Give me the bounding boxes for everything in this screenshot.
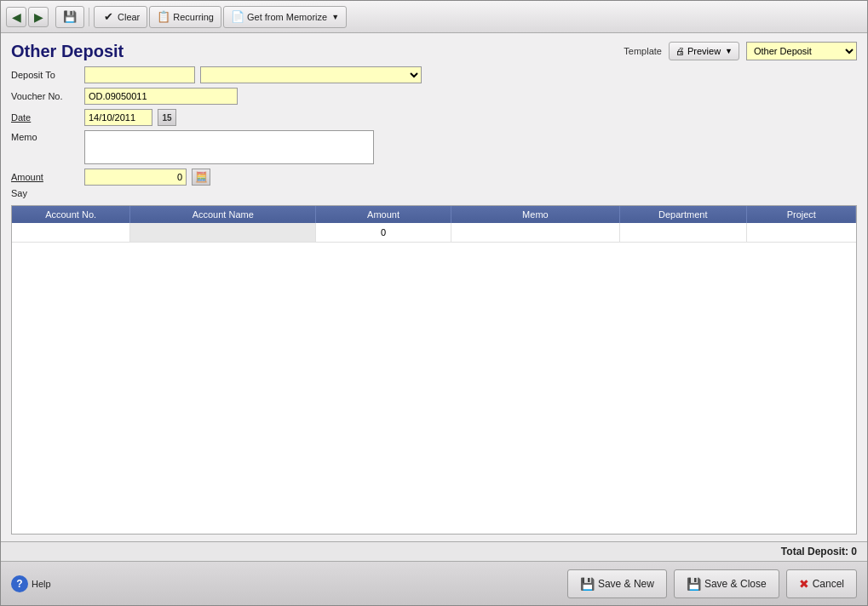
prev-button[interactable]: ◀ [6, 7, 26, 27]
preview-label: Preview [687, 46, 721, 56]
save-close-icon: 💾 [687, 577, 701, 591]
preview-icon: 🖨 [675, 46, 685, 56]
date-picker-label: 15 [162, 113, 171, 123]
recurring-icon: 📋 [157, 10, 170, 24]
toolbar-separator [89, 8, 89, 26]
save-toolbar-button[interactable]: 💾 [55, 6, 84, 28]
clear-button[interactable]: ✔ Clear [94, 6, 147, 28]
col-header-account-name: Account Name [130, 206, 316, 223]
say-row: Say [11, 188, 857, 198]
date-input[interactable] [84, 109, 152, 126]
save-new-icon: 💾 [580, 577, 595, 591]
memo-label: Memo [11, 130, 79, 142]
amount-row: Amount 🧮 [11, 169, 857, 186]
calculator-button[interactable]: 🧮 [192, 169, 210, 186]
account-table: Account No. Account Name Amount Memo Dep… [12, 206, 856, 243]
deposit-to-select[interactable] [200, 66, 422, 83]
save-new-button[interactable]: 💾 Save & New [567, 569, 667, 598]
footer: ? Help 💾 Save & New 💾 Save & Close ✖ Can… [1, 561, 867, 605]
deposit-to-label: Deposit To [11, 70, 79, 80]
page-title: Other Deposit [11, 42, 124, 61]
cell-memo [451, 223, 619, 242]
cell-account-no [12, 223, 130, 242]
help-button[interactable]: ? Help [11, 575, 51, 592]
total-value: 0 [851, 546, 857, 557]
table-row[interactable]: 0 [12, 223, 856, 242]
col-header-project: Project [746, 206, 856, 223]
help-icon: ? [11, 575, 28, 592]
help-label: Help [32, 579, 51, 589]
cell-account-name [130, 223, 316, 242]
save-close-label: Save & Close [704, 578, 767, 590]
get-from-memorize-label: Get from Memorize [247, 12, 327, 22]
deposit-to-input[interactable] [84, 66, 195, 83]
col-header-department: Department [619, 206, 746, 223]
col-header-account-no: Account No. [12, 206, 130, 223]
title-row: Other Deposit Template 🖨 Preview ▼ Other… [11, 42, 857, 61]
clear-label: Clear [118, 12, 140, 22]
total-label: Total Deposit: [781, 546, 848, 557]
save-toolbar-icon: 💾 [63, 10, 77, 24]
recurring-label: Recurring [173, 12, 214, 22]
deposit-to-row: Deposit To [11, 66, 857, 83]
template-label: Template [624, 46, 662, 56]
amount-label: Amount [11, 172, 79, 182]
main-window: ◀ ▶ 💾 ✔ Clear 📋 Recurring 📄 Get from Mem… [0, 0, 868, 606]
memorize-dropdown-arrow: ▼ [331, 13, 339, 21]
col-header-memo: Memo [451, 206, 619, 223]
cancel-icon: ✖ [799, 577, 809, 591]
get-from-memorize-button[interactable]: 📄 Get from Memorize ▼ [223, 6, 347, 28]
save-new-label: Save & New [598, 578, 654, 590]
say-label: Say [11, 188, 79, 198]
voucher-label: Voucher No. [11, 91, 79, 101]
memo-textarea[interactable] [84, 130, 374, 164]
preview-dropdown-arrow: ▼ [725, 47, 733, 55]
col-header-amount: Amount [316, 206, 451, 223]
total-bar: Total Deposit: 0 [1, 541, 867, 561]
calculator-icon: 🧮 [195, 171, 208, 183]
amount-input[interactable] [84, 169, 187, 186]
date-picker-button[interactable]: 15 [158, 109, 176, 126]
recurring-button[interactable]: 📋 Recurring [149, 6, 221, 28]
title-right: Template 🖨 Preview ▼ Other Deposit [624, 42, 857, 60]
content-area: Other Deposit Template 🖨 Preview ▼ Other… [1, 33, 867, 541]
voucher-input[interactable] [84, 88, 238, 105]
cell-project [746, 223, 856, 242]
memorize-icon: 📄 [231, 10, 244, 24]
voucher-row: Voucher No. [11, 88, 857, 105]
cancel-button[interactable]: ✖ Cancel [786, 569, 857, 598]
preview-button[interactable]: 🖨 Preview ▼ [669, 42, 739, 60]
toolbar: ◀ ▶ 💾 ✔ Clear 📋 Recurring 📄 Get from Mem… [1, 1, 867, 33]
next-button[interactable]: ▶ [28, 7, 49, 27]
save-close-button[interactable]: 💾 Save & Close [674, 569, 779, 598]
cell-amount: 0 [316, 223, 451, 242]
cell-department [619, 223, 746, 242]
cancel-label: Cancel [813, 578, 844, 590]
template-select[interactable]: Other Deposit [746, 42, 857, 60]
clear-icon: ✔ [101, 10, 115, 24]
account-table-wrapper: Account No. Account Name Amount Memo Dep… [11, 205, 857, 535]
table-header-row: Account No. Account Name Amount Memo Dep… [12, 206, 856, 223]
date-row: Date 15 [11, 109, 857, 126]
memo-row: Memo [11, 130, 857, 164]
date-label: Date [11, 112, 79, 123]
